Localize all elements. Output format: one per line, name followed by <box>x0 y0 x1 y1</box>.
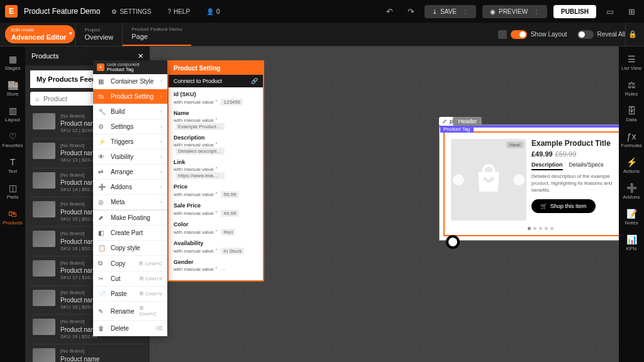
prev-image-button[interactable]: ‹ <box>453 174 464 185</box>
setting-panel-header: Product Setting <box>169 62 263 75</box>
rail-rules[interactable]: ⚖Rules <box>619 76 644 101</box>
new-badge: New! <box>506 141 524 148</box>
lock-icon[interactable]: 🔒 <box>625 23 639 46</box>
breadcrumb-page[interactable]: Product Feature Demo Page <box>122 23 191 46</box>
connect-to-product[interactable]: Connect to Product 🔗 <box>169 75 263 87</box>
menu-paste[interactable]: 📄Paste⌘ Cmd+V <box>93 287 167 302</box>
header-chip[interactable]: Header <box>453 117 482 126</box>
menu-settings[interactable]: ⚙Settings› <box>93 119 167 134</box>
rail-stages[interactable]: ▦Stages <box>0 50 25 75</box>
menu-container-style[interactable]: ▦Container Style› <box>93 74 167 89</box>
breadcrumb-project[interactable]: Project Overview <box>75 23 122 46</box>
left-rail: ▦Stages🏬Store▥Layout♡FavoritesTText◫Part… <box>0 47 25 362</box>
project-title: Product Feature Demo <box>24 7 100 16</box>
rail-formulas[interactable]: ƒxFormulas <box>619 128 644 152</box>
users-button[interactable]: 👤0 <box>201 6 225 18</box>
menu-meta[interactable]: ◎Meta› <box>93 195 167 210</box>
menu-create-part[interactable]: ◧Create Part <box>93 226 167 241</box>
tab-details[interactable]: Details/Specs <box>569 162 604 170</box>
show-layout-toggle[interactable] <box>511 30 527 39</box>
more-icon[interactable]: ⊞ <box>624 4 639 19</box>
next-image-button[interactable]: › <box>513 174 525 185</box>
rail-addons[interactable]: ➕Addons <box>619 179 644 204</box>
rail-kpis[interactable]: 📊KPIs <box>619 231 644 255</box>
field-availability[interactable]: Availabilitywith manual value ˅ In Stock <box>174 240 258 255</box>
edit-mode-selector[interactable]: Edit mode Advanced Editor ▾ <box>5 25 75 43</box>
show-layout-label: Show Layout <box>531 31 567 38</box>
product-tag-label: Product Tag <box>440 126 474 133</box>
menu-delete[interactable]: 🗑Delete⌫ <box>93 321 167 336</box>
reveal-all-label: Reveal All <box>597 31 625 38</box>
help-button[interactable]: ?HELP <box>162 6 195 18</box>
product-image: New! ‹ › <box>451 139 526 221</box>
carousel-dots[interactable] <box>447 224 619 233</box>
device-icon[interactable]: ▭ <box>602 4 618 19</box>
preview-button[interactable]: ◉PREVIEW⋮ <box>482 5 547 18</box>
bag-icon <box>473 164 504 195</box>
rail-favorites[interactable]: ♡Favorites <box>0 128 25 152</box>
menu-copy-style[interactable]: 📋Copy style <box>93 241 167 256</box>
field-idsku[interactable]: Id (SKU)with manual value ˅ 123456 <box>174 91 258 106</box>
field-gender[interactable]: Genderwith manual value ˅ <box>174 259 258 272</box>
product-price: £49.99£59.99 <box>531 150 619 158</box>
menu-product-setting[interactable]: 🛍Product Setting› <box>93 89 167 104</box>
rail-list-view[interactable]: ☰List View <box>619 50 644 75</box>
product-description: Detailed description of the example prod… <box>531 173 619 194</box>
field-color[interactable]: Colorwith manual value ˅ Red <box>174 221 258 236</box>
field-description[interactable]: Descriptionwith manual value ˅ Detailed … <box>174 134 258 155</box>
rail-actions[interactable]: ⚡Actions <box>619 153 644 178</box>
rail-parts[interactable]: ◫Parts <box>0 179 25 204</box>
save-button[interactable]: ⤓SAVE⋮ <box>425 5 476 18</box>
search-icon: ⌕ <box>35 95 40 102</box>
menu-addons[interactable]: ➕Addons› <box>93 180 167 195</box>
undo-icon[interactable]: ↶ <box>382 4 397 19</box>
rail-notes[interactable]: 📝Notes <box>619 205 644 229</box>
menu-copy[interactable]: ⧉Copy⌘ Cmd+C <box>93 256 167 272</box>
topbar: E Product Feature Demo ⚙SETTINGS ?HELP 👤… <box>0 0 644 23</box>
close-icon[interactable]: ✕ <box>138 52 143 60</box>
product-card: New! ‹ › Example Product Title £49.99£59… <box>447 135 619 224</box>
reveal-all-toggle[interactable] <box>577 30 594 39</box>
subbar: Edit mode Advanced Editor ▾ Project Over… <box>0 23 644 47</box>
field-name[interactable]: Namewith manual value ˅ Example Product … <box>174 110 258 130</box>
context-menu-header: + code component Product Tag <box>93 60 167 74</box>
product-setting-panel: Product Setting Connect to Product 🔗 Id … <box>167 60 264 282</box>
rail-layout[interactable]: ▥Layout <box>0 102 25 126</box>
menu-build[interactable]: 🔧Build› <box>93 104 167 119</box>
cart-icon: 🛒 <box>540 203 547 209</box>
menu-triggers[interactable]: ⚡Triggers› <box>93 134 167 150</box>
context-menu: + code component Product Tag ▦Container … <box>93 60 167 336</box>
rail-data[interactable]: 🗄Data <box>619 102 644 126</box>
plus-icon: + <box>97 63 104 71</box>
field-link[interactable]: Linkwith manual value ˅ https://www.exam… <box>174 159 258 179</box>
product-title: Example Product Title <box>531 139 619 148</box>
menu-visibility[interactable]: 👁Visibility› <box>93 150 167 165</box>
rail-text[interactable]: TText <box>0 153 25 178</box>
checkbox[interactable] <box>498 30 507 39</box>
expand-icon[interactable]: ⤢ <box>442 118 447 124</box>
menu-rename[interactable]: ✎Rename⌘ Cmd+C <box>93 302 167 321</box>
artboard[interactable]: New! ‹ › Example Product Title £49.99£59… <box>439 124 619 241</box>
field-saleprice[interactable]: Sale Pricewith manual value ˅ 49.99 <box>174 202 258 217</box>
logo: E <box>5 5 18 18</box>
floating-handle[interactable] <box>446 235 460 249</box>
rail-products[interactable]: 🛍Products <box>0 205 25 229</box>
link-icon: 🔗 <box>251 78 258 84</box>
menu-cut[interactable]: ✂Cut⌘ Cmd+X <box>93 272 167 287</box>
right-rail: ☰List View⚖Rules🗄DataƒxFormulas⚡Actions➕… <box>619 47 644 362</box>
rail-store[interactable]: 🏬Store <box>0 76 25 101</box>
menu-arrange[interactable]: ⇄Arrange› <box>93 165 167 180</box>
shop-button[interactable]: 🛒Shop this Item <box>531 199 596 213</box>
tab-description[interactable]: Description <box>531 162 563 170</box>
menu-make-floating[interactable]: ⬈Make Floating <box>93 211 167 226</box>
redo-icon[interactable]: ↷ <box>403 4 418 19</box>
product-list-item[interactable]: [No Brand]Product nameSKU 13 | $52.99 <box>30 344 145 362</box>
field-price[interactable]: Pricewith manual value ˅ 59.99 <box>174 184 258 198</box>
settings-button[interactable]: ⚙SETTINGS <box>106 6 156 18</box>
publish-button[interactable]: PUBLISH <box>553 5 596 18</box>
